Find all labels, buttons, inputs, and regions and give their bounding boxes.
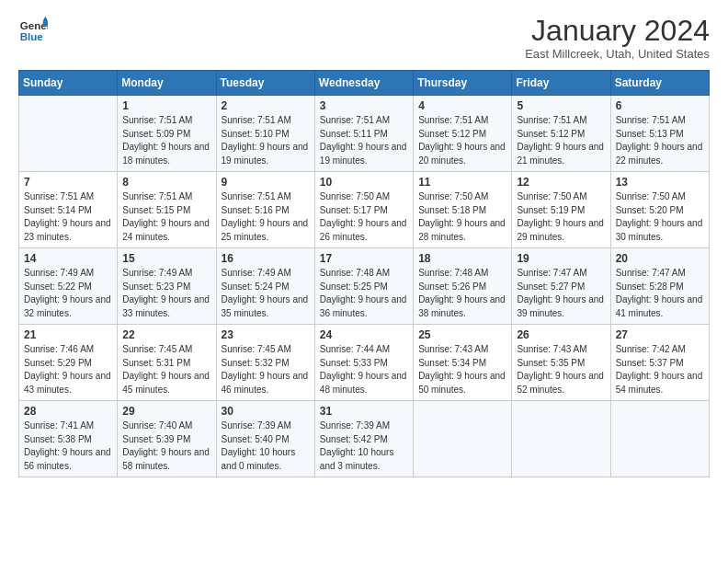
svg-marker-3 [43,21,48,26]
day-number: 9 [222,176,310,189]
day-number: 20 [616,252,704,265]
weekday-header-cell: Tuesday [216,71,314,96]
month-title: January 2024 [525,15,710,47]
calendar-day-cell: 9Sunrise: 7:51 AMSunset: 5:16 PMDaylight… [216,172,314,248]
day-info: Sunrise: 7:46 AMSunset: 5:29 PMDaylight:… [24,343,112,396]
day-info: Sunrise: 7:43 AMSunset: 5:35 PMDaylight:… [517,343,605,396]
calendar-day-cell: 12Sunrise: 7:50 AMSunset: 5:19 PMDayligh… [512,172,610,248]
day-info: Sunrise: 7:41 AMSunset: 5:38 PMDaylight:… [24,419,112,473]
day-number: 24 [320,328,408,341]
logo-icon: General Blue [18,15,48,44]
day-number: 12 [517,176,605,189]
calendar-week-row: 21Sunrise: 7:46 AMSunset: 5:29 PMDayligh… [19,325,710,401]
day-number: 16 [222,252,310,265]
day-number: 4 [418,99,506,112]
day-info: Sunrise: 7:51 AMSunset: 5:12 PMDaylight:… [517,114,605,167]
day-info: Sunrise: 7:49 AMSunset: 5:22 PMDaylight:… [24,267,112,320]
day-info: Sunrise: 7:51 AMSunset: 5:10 PMDaylight:… [222,114,310,167]
day-info: Sunrise: 7:51 AMSunset: 5:11 PMDaylight:… [320,114,408,167]
calendar-day-cell: 8Sunrise: 7:51 AMSunset: 5:15 PMDaylight… [118,172,216,248]
svg-marker-2 [43,17,48,21]
calendar-day-cell: 5Sunrise: 7:51 AMSunset: 5:12 PMDaylight… [512,96,610,172]
calendar-day-cell: 29Sunrise: 7:40 AMSunset: 5:39 PMDayligh… [118,401,216,477]
calendar-week-row: 14Sunrise: 7:49 AMSunset: 5:22 PMDayligh… [19,248,710,325]
calendar-day-cell [610,401,709,477]
calendar-day-cell: 19Sunrise: 7:47 AMSunset: 5:27 PMDayligh… [512,248,610,325]
title-block: January 2024 East Millcreek, Utah, Unite… [525,15,710,61]
calendar-day-cell: 24Sunrise: 7:44 AMSunset: 5:33 PMDayligh… [314,325,413,401]
day-info: Sunrise: 7:50 AMSunset: 5:18 PMDaylight:… [418,190,506,244]
day-number: 23 [222,328,310,341]
weekday-header-cell: Thursday [414,71,512,96]
weekday-header-row: SundayMondayTuesdayWednesdayThursdayFrid… [19,71,710,96]
weekday-header-cell: Sunday [19,71,118,96]
day-number: 6 [616,99,704,112]
calendar-day-cell: 15Sunrise: 7:49 AMSunset: 5:23 PMDayligh… [118,248,216,325]
day-number: 13 [616,176,704,189]
day-info: Sunrise: 7:47 AMSunset: 5:28 PMDaylight:… [616,267,704,320]
day-info: Sunrise: 7:49 AMSunset: 5:24 PMDaylight:… [222,267,310,320]
calendar-day-cell: 7Sunrise: 7:51 AMSunset: 5:14 PMDaylight… [19,172,118,248]
day-info: Sunrise: 7:49 AMSunset: 5:23 PMDaylight:… [122,267,210,320]
day-number: 14 [24,252,112,265]
day-info: Sunrise: 7:48 AMSunset: 5:25 PMDaylight:… [320,267,408,320]
day-info: Sunrise: 7:48 AMSunset: 5:26 PMDaylight:… [418,267,506,320]
day-number: 28 [24,405,112,418]
weekday-header-cell: Saturday [610,71,709,96]
svg-text:Blue: Blue [20,31,44,42]
day-info: Sunrise: 7:51 AMSunset: 5:14 PMDaylight:… [24,190,112,244]
calendar-day-cell: 16Sunrise: 7:49 AMSunset: 5:24 PMDayligh… [216,248,314,325]
calendar-week-row: 28Sunrise: 7:41 AMSunset: 5:38 PMDayligh… [19,401,710,477]
calendar-day-cell: 31Sunrise: 7:39 AMSunset: 5:42 PMDayligh… [314,401,413,477]
day-info: Sunrise: 7:44 AMSunset: 5:33 PMDaylight:… [320,343,408,396]
calendar-day-cell: 26Sunrise: 7:43 AMSunset: 5:35 PMDayligh… [512,325,610,401]
calendar-day-cell: 1Sunrise: 7:51 AMSunset: 5:09 PMDaylight… [118,96,216,172]
calendar-day-cell: 23Sunrise: 7:45 AMSunset: 5:32 PMDayligh… [216,325,314,401]
weekday-header-cell: Wednesday [314,71,413,96]
calendar-day-cell: 14Sunrise: 7:49 AMSunset: 5:22 PMDayligh… [19,248,118,325]
day-info: Sunrise: 7:40 AMSunset: 5:39 PMDaylight:… [122,419,210,473]
day-number: 29 [122,405,210,418]
calendar-day-cell: 25Sunrise: 7:43 AMSunset: 5:34 PMDayligh… [414,325,512,401]
logo: General Blue [18,15,48,44]
day-info: Sunrise: 7:43 AMSunset: 5:34 PMDaylight:… [418,343,506,396]
day-info: Sunrise: 7:51 AMSunset: 5:12 PMDaylight:… [418,114,506,167]
day-info: Sunrise: 7:39 AMSunset: 5:40 PMDaylight:… [222,419,310,473]
calendar-day-cell: 17Sunrise: 7:48 AMSunset: 5:25 PMDayligh… [314,248,413,325]
calendar-day-cell: 11Sunrise: 7:50 AMSunset: 5:18 PMDayligh… [414,172,512,248]
day-number: 18 [418,252,506,265]
weekday-header-cell: Monday [118,71,216,96]
day-number: 7 [24,176,112,189]
day-info: Sunrise: 7:45 AMSunset: 5:31 PMDaylight:… [122,343,210,396]
day-info: Sunrise: 7:51 AMSunset: 5:16 PMDaylight:… [222,190,310,244]
calendar-day-cell: 30Sunrise: 7:39 AMSunset: 5:40 PMDayligh… [216,401,314,477]
day-info: Sunrise: 7:45 AMSunset: 5:32 PMDaylight:… [222,343,310,396]
calendar-day-cell: 27Sunrise: 7:42 AMSunset: 5:37 PMDayligh… [610,325,709,401]
day-info: Sunrise: 7:51 AMSunset: 5:15 PMDaylight:… [122,190,210,244]
day-number: 10 [320,176,408,189]
calendar-table: SundayMondayTuesdayWednesdayThursdayFrid… [18,70,710,477]
day-number: 21 [24,328,112,341]
day-info: Sunrise: 7:50 AMSunset: 5:20 PMDaylight:… [616,190,704,244]
calendar-day-cell [512,401,610,477]
day-info: Sunrise: 7:50 AMSunset: 5:19 PMDaylight:… [517,190,605,244]
calendar-body: 1Sunrise: 7:51 AMSunset: 5:09 PMDaylight… [19,96,710,477]
weekday-header-cell: Friday [512,71,610,96]
calendar-day-cell: 10Sunrise: 7:50 AMSunset: 5:17 PMDayligh… [314,172,413,248]
day-info: Sunrise: 7:51 AMSunset: 5:13 PMDaylight:… [616,114,704,167]
day-info: Sunrise: 7:50 AMSunset: 5:17 PMDaylight:… [320,190,408,244]
calendar-day-cell: 2Sunrise: 7:51 AMSunset: 5:10 PMDaylight… [216,96,314,172]
calendar-day-cell: 22Sunrise: 7:45 AMSunset: 5:31 PMDayligh… [118,325,216,401]
day-info: Sunrise: 7:39 AMSunset: 5:42 PMDaylight:… [320,419,408,473]
calendar-day-cell: 28Sunrise: 7:41 AMSunset: 5:38 PMDayligh… [19,401,118,477]
calendar-week-row: 1Sunrise: 7:51 AMSunset: 5:09 PMDaylight… [19,96,710,172]
calendar-day-cell [414,401,512,477]
day-info: Sunrise: 7:51 AMSunset: 5:09 PMDaylight:… [122,114,210,167]
day-number: 22 [122,328,210,341]
day-number: 25 [418,328,506,341]
day-number: 19 [517,252,605,265]
calendar-day-cell: 20Sunrise: 7:47 AMSunset: 5:28 PMDayligh… [610,248,709,325]
day-number: 11 [418,176,506,189]
calendar-day-cell: 3Sunrise: 7:51 AMSunset: 5:11 PMDaylight… [314,96,413,172]
day-number: 3 [320,99,408,112]
